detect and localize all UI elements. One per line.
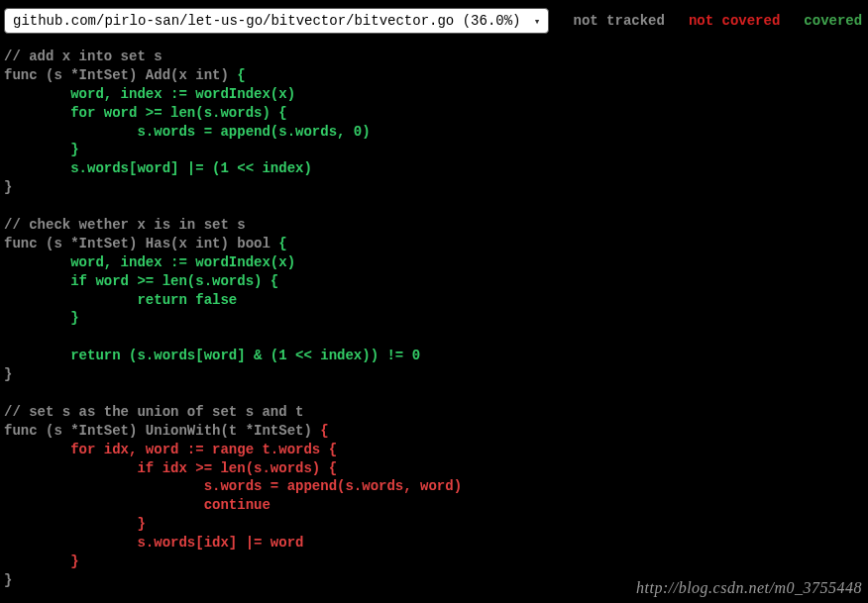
code-line: func (s *IntSet) Has(x int) bool { — [4, 235, 864, 253]
code-line: } — [4, 365, 864, 384]
chevron-down-icon: ▾ — [534, 15, 541, 28]
code-line — [4, 384, 864, 403]
code-line: } — [4, 178, 864, 197]
code-token: s.words[idx] |= word — [4, 535, 303, 551]
code-line: for idx, word := range t.words { — [4, 441, 864, 459]
code-token: continue — [4, 497, 271, 513]
code-line: if idx >= len(s.words) { — [4, 459, 864, 478]
code-token: { — [237, 67, 245, 83]
code-token: return false — [4, 292, 237, 308]
code-view: // add x into set sfunc (s *IntSet) Add(… — [0, 42, 868, 590]
code-line: word, index := wordIndex(x) — [4, 253, 864, 272]
code-token: word, index := wordIndex(x) — [4, 254, 295, 270]
code-token: s.words = append(s.words, word) — [4, 478, 462, 494]
code-token: } — [4, 572, 12, 588]
code-line: } — [4, 309, 864, 328]
code-token: // add x into set s — [4, 49, 163, 64]
code-line: s.words[word] |= (1 << index) — [4, 159, 864, 178]
code-line — [4, 197, 864, 216]
topbar: github.com/pirlo-san/let-us-go/bitvector… — [0, 0, 868, 42]
code-line: } — [4, 141, 864, 159]
watermark: http://blog.csdn.net/m0_3755448 — [636, 579, 862, 597]
code-token: } — [4, 142, 79, 157]
code-line: // check wether x is in set s — [4, 216, 864, 235]
code-line: continue — [4, 496, 864, 515]
code-line: s.words[idx] |= word — [4, 534, 864, 553]
code-line: return false — [4, 291, 864, 310]
code-line: if word >= len(s.words) { — [4, 272, 864, 291]
code-token: } — [4, 516, 146, 532]
code-line: func (s *IntSet) Add(x int) { — [4, 66, 864, 85]
code-token: func (s *IntSet) Add(x int) — [4, 67, 237, 83]
code-token: } — [4, 366, 12, 382]
code-line: // set s as the union of set s and t — [4, 403, 864, 422]
code-token: func (s *IntSet) UnionWith(t *IntSet) — [4, 423, 320, 439]
code-token: word, index := wordIndex(x) — [4, 86, 295, 102]
code-line: } — [4, 553, 864, 571]
code-token — [4, 198, 12, 214]
file-select-label: github.com/pirlo-san/let-us-go/bitvector… — [13, 13, 520, 29]
code-token: { — [278, 236, 286, 251]
code-token: if word >= len(s.words) { — [4, 273, 278, 289]
code-token: func (s *IntSet) Has(x int) bool — [4, 236, 278, 251]
code-token: s.words[word] |= (1 << index) — [4, 160, 312, 176]
code-token: return (s.words[word] & (1 << index)) !=… — [4, 348, 420, 363]
code-token: { — [320, 423, 328, 439]
code-token — [4, 385, 12, 401]
code-line: s.words = append(s.words, 0) — [4, 123, 864, 142]
code-token: } — [4, 553, 79, 569]
code-token: for word >= len(s.words) { — [4, 105, 287, 121]
legend-not-tracked: not tracked — [573, 13, 664, 29]
code-token: // check wether x is in set s — [4, 217, 246, 233]
legend-covered: covered — [804, 13, 862, 29]
code-token: if idx >= len(s.words) { — [4, 460, 337, 476]
code-line: return (s.words[word] & (1 << index)) !=… — [4, 347, 864, 365]
code-line: word, index := wordIndex(x) — [4, 85, 864, 104]
code-token — [4, 329, 12, 345]
code-token: for idx, word := range t.words { — [4, 442, 337, 457]
code-line — [4, 328, 864, 347]
code-line: s.words = append(s.words, word) — [4, 477, 864, 496]
code-token: // set s as the union of set s and t — [4, 404, 303, 420]
code-line: } — [4, 515, 864, 534]
legend-not-covered: not covered — [689, 13, 780, 29]
code-line: for word >= len(s.words) { — [4, 104, 864, 123]
code-token: } — [4, 179, 12, 195]
code-line: // add x into set s — [4, 48, 864, 66]
file-select[interactable]: github.com/pirlo-san/let-us-go/bitvector… — [4, 8, 549, 34]
code-token: s.words = append(s.words, 0) — [4, 124, 371, 140]
code-token: } — [4, 310, 79, 326]
code-line: func (s *IntSet) UnionWith(t *IntSet) { — [4, 422, 864, 441]
